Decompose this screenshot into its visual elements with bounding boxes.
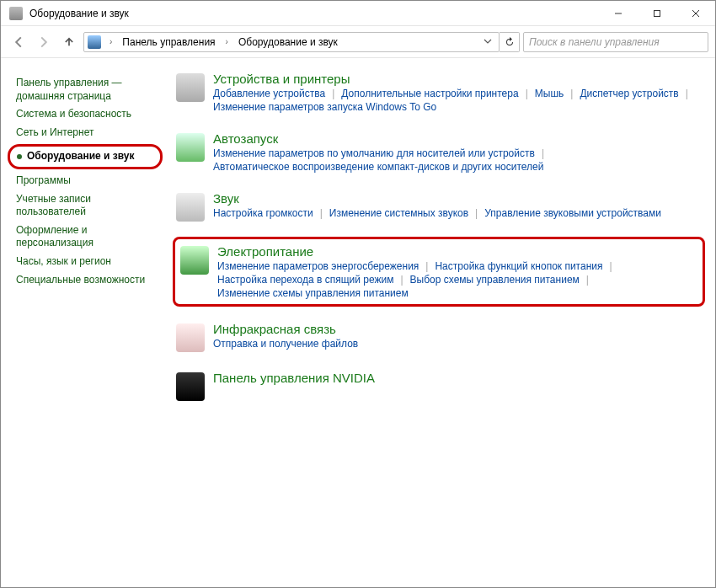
- content: Устройства и принтеры Добавление устройс…: [169, 58, 715, 587]
- up-button[interactable]: [58, 31, 80, 53]
- maximize-button[interactable]: [638, 1, 676, 26]
- sidebar: Панель управления — домашняя страница Си…: [1, 58, 169, 587]
- breadcrumb-current[interactable]: Оборудование и звук: [237, 36, 339, 48]
- task-printer-settings[interactable]: Дополнительные настройки принтера: [341, 88, 518, 99]
- task-change-power-plan[interactable]: Изменение схемы управления питанием: [217, 287, 409, 299]
- titlebar: Оборудование и звук: [1, 1, 715, 26]
- infrared-icon: [176, 323, 205, 352]
- category-nvidia: Панель управления NVIDIA: [173, 367, 705, 404]
- address-bar[interactable]: › Панель управления › Оборудование и зву…: [83, 32, 500, 52]
- sidebar-item-label: Оборудование и звук: [27, 150, 135, 163]
- navbar: › Панель управления › Оборудование и зву…: [1, 26, 715, 58]
- task-system-sounds[interactable]: Изменение системных звуков: [329, 207, 468, 219]
- task-device-manager[interactable]: Диспетчер устройств: [580, 88, 678, 99]
- refresh-button[interactable]: [500, 32, 520, 52]
- task-send-receive-files[interactable]: Отправка и получение файлов: [213, 338, 358, 350]
- task-cd-autoplay[interactable]: Автоматическое воспроизведение компакт-д…: [213, 161, 543, 173]
- task-default-media[interactable]: Изменение параметров по умолчанию для но…: [213, 147, 535, 159]
- app-icon: [9, 7, 23, 20]
- task-mouse[interactable]: Мышь: [535, 88, 564, 99]
- svg-rect-1: [655, 10, 660, 16]
- window-controls: [599, 1, 715, 26]
- breadcrumb-root[interactable]: Панель управления: [120, 36, 216, 48]
- body: Панель управления — домашняя страница Си…: [1, 58, 715, 587]
- search-placeholder: Поиск в панели управления: [529, 36, 660, 48]
- task-windows-to-go[interactable]: Изменение параметров запуска Windows To …: [213, 101, 436, 113]
- window-title: Оборудование и звук: [29, 8, 599, 19]
- category-title-power[interactable]: Электропитание: [217, 244, 697, 259]
- sidebar-item-home[interactable]: Панель управления — домашняя страница: [16, 77, 163, 103]
- sidebar-item-clock-region[interactable]: Часы, язык и регион: [16, 255, 163, 269]
- task-energy-saving[interactable]: Изменение параметров энергосбережения: [217, 260, 419, 272]
- sidebar-item-system-security[interactable]: Система и безопасность: [16, 108, 163, 121]
- task-audio-devices[interactable]: Управление звуковыми устройствами: [484, 207, 661, 219]
- sidebar-item-user-accounts[interactable]: Учетные записи пользователей: [16, 193, 163, 219]
- sidebar-item-hardware-sound[interactable]: Оборудование и звук: [8, 144, 163, 169]
- address-dropdown[interactable]: [480, 36, 495, 48]
- close-button[interactable]: [676, 1, 715, 26]
- sidebar-item-network[interactable]: Сеть и Интернет: [16, 126, 163, 140]
- task-add-device[interactable]: Добавление устройства: [213, 88, 325, 99]
- sidebar-item-programs[interactable]: Программы: [16, 174, 163, 188]
- task-sleep-mode[interactable]: Настройка перехода в спящий режим: [217, 274, 393, 286]
- forward-button[interactable]: [33, 31, 55, 53]
- power-icon: [180, 246, 209, 275]
- back-button[interactable]: [8, 31, 29, 53]
- category-devices-printers: Устройства и принтеры Добавление устройс…: [173, 68, 705, 116]
- task-volume[interactable]: Настройка громкости: [213, 207, 313, 219]
- category-title-infrared[interactable]: Инфракрасная связь: [213, 322, 702, 336]
- nvidia-icon: [176, 372, 205, 401]
- category-title-sound[interactable]: Звук: [213, 191, 702, 206]
- minimize-button[interactable]: [599, 1, 638, 26]
- category-infrared: Инфракрасная связь Отправка и получение …: [173, 318, 705, 355]
- sidebar-item-ease-of-access[interactable]: Специальные возможности: [16, 274, 163, 287]
- breadcrumb-chevron-root[interactable]: ›: [104, 37, 117, 46]
- address-icon: [88, 35, 101, 49]
- devices-printers-icon: [176, 73, 205, 102]
- category-title-nvidia[interactable]: Панель управления NVIDIA: [213, 371, 702, 385]
- sound-icon: [176, 193, 205, 222]
- autoplay-icon: [176, 133, 205, 162]
- category-autoplay: Автозапуск Изменение параметров по умолч…: [173, 128, 705, 176]
- category-power: Электропитание Изменение параметров энер…: [173, 237, 705, 307]
- task-power-plan[interactable]: Выбор схемы управления питанием: [410, 274, 580, 286]
- control-panel-window: Оборудование и звук › Панель управл: [0, 0, 716, 588]
- breadcrumb-chevron[interactable]: ›: [221, 37, 233, 46]
- search-box[interactable]: Поиск в панели управления: [523, 32, 708, 52]
- category-title-devices[interactable]: Устройства и принтеры: [213, 72, 702, 86]
- category-sound: Звук Настройка громкости| Изменение сист…: [173, 188, 705, 225]
- task-power-buttons[interactable]: Настройка функций кнопок питания: [435, 260, 602, 272]
- sidebar-item-appearance[interactable]: Оформление и персонализация: [16, 224, 163, 250]
- category-title-autoplay[interactable]: Автозапуск: [213, 131, 702, 146]
- bullet-icon: [17, 154, 22, 159]
